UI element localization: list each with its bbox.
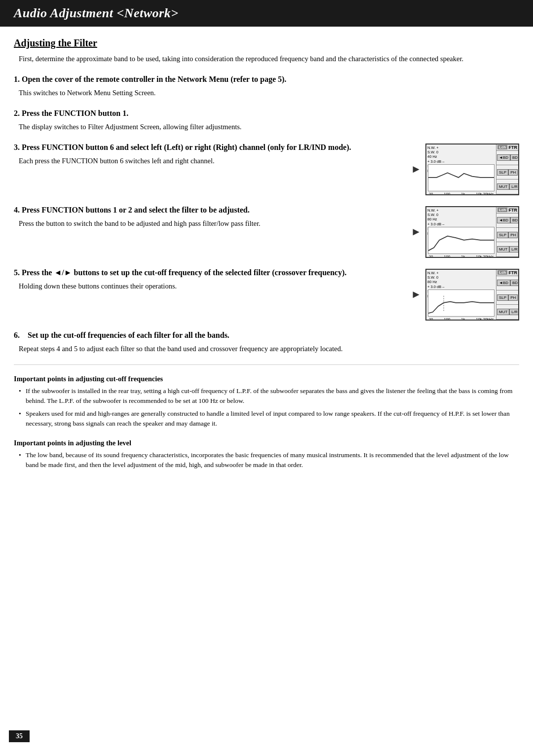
step-5-text: 5. Press the ◄/► buttons to set up the c… (14, 267, 404, 292)
intro-text: First, determine the approximate band to… (19, 54, 519, 65)
step-2-body: The display switches to Filter Adjustmen… (19, 122, 519, 133)
eq2-freq-labels: 201001k10k 20kHz (428, 254, 495, 258)
important-cutoff-bullet-1: If the subwoofer is installed in the rea… (19, 386, 519, 406)
step-2-heading: 2. Press the FUNCTION button 1. (14, 108, 519, 119)
step-2-number: 2. (14, 109, 20, 117)
step-3: 3. Press FUNCTION button 6 and select le… (14, 142, 519, 195)
eq-screen-3: N.W. + S.W. 0 80 Hz + 3.0 dB – SLP= –1B … (425, 269, 519, 321)
page-header: Audio Adjustment <Network> (0, 0, 533, 27)
step-6: 6. Set up the cut-off frequencies of eac… (14, 329, 519, 355)
eq1-freq-labels: 201001k10k 20kHz (428, 192, 495, 195)
step-5-body: Holding down these buttons continues the… (19, 281, 404, 292)
eq-screen-2: N.W. + S.W. 0 80 Hz + 3.0 dB – SLP= –1B … (425, 206, 519, 258)
step-3-heading-text: Press FUNCTION button 6 and select left … (22, 143, 351, 151)
step-4: 4. Press FUNCTION buttons 1 or 2 and sel… (14, 204, 519, 258)
page-number: 35 (9, 730, 30, 742)
step-1: 1. Open the cover of the remote controll… (14, 73, 519, 99)
step-4-body: Press the button to switch the band to b… (19, 218, 404, 229)
eq2-graph (428, 227, 495, 254)
step-4-number: 4. (14, 206, 20, 214)
page-title: Audio Adjustment <Network> (14, 6, 519, 21)
step-5: 5. Press the ◄/► buttons to set up the c… (14, 267, 519, 321)
step-5-heading: 5. Press the ◄/► buttons to set up the c… (14, 267, 404, 278)
arrow-icon-4: ► (411, 225, 421, 238)
step-1-heading-text: Open the cover of the remote controller … (22, 75, 286, 83)
section-title: Adjusting the Filter (14, 37, 519, 49)
step-4-diagram: ► N.W. + S.W. 0 80 Hz + 3.0 dB – SLP= –1… (411, 206, 519, 258)
step-3-heading: 3. Press FUNCTION button 6 and select le… (14, 142, 404, 153)
eq1-right: Lch FTR ◄BD BD► SLP PH MUT (496, 144, 518, 194)
eq2-right: Lch FTR ◄BD BD► SLP PH MUT (496, 207, 518, 257)
eq3-freq-labels: 201001k10k 20kHz (428, 317, 495, 321)
step-3-diagram: ► N.W. + S.W. 0 40 Hz + 3.0 dB – SLP= –1… (411, 144, 519, 195)
important-level-title: Important points in adjusting the level (14, 439, 519, 447)
divider-1 (14, 364, 519, 365)
arrow-icon-5: ► (411, 288, 421, 301)
step-6-heading-text: 6. Set up the cut-off frequencies of eac… (14, 331, 229, 339)
important-cutoff-list: If the subwoofer is installed in the rea… (14, 386, 519, 429)
step-1-heading: 1. Open the cover of the remote controll… (14, 73, 519, 85)
step-4-text: 4. Press FUNCTION buttons 1 or 2 and sel… (14, 204, 404, 229)
step-1-number: 1. (14, 75, 20, 83)
important-level-bullet-1: The low band, because of its sound frequ… (19, 450, 519, 470)
eq3-right: Lch FTR ◄BD BD► SLP PH MUT (496, 270, 518, 320)
important-level: Important points in adjusting the level … (14, 439, 519, 470)
eq3-graph (428, 289, 495, 317)
step-5-number: 5. (14, 268, 20, 277)
important-cutoff-bullet-2: Speakers used for mid and high-ranges ar… (19, 409, 519, 429)
important-cutoff-title: Important points in adjusting cut-off fr… (14, 375, 519, 383)
step-2-heading-text: Press the FUNCTION button 1. (22, 109, 128, 117)
important-cutoff: Important points in adjusting cut-off fr… (14, 375, 519, 429)
step-3-text: 3. Press FUNCTION button 6 and select le… (14, 142, 404, 167)
step-3-number: 3. (14, 143, 20, 151)
step-6-body: Repeat steps 4 and 5 to adjust each filt… (19, 344, 519, 355)
step-6-heading: 6. Set up the cut-off frequencies of eac… (14, 329, 519, 341)
step-1-body: This switches to Network Menu Setting Sc… (19, 88, 519, 99)
step-4-heading: 4. Press FUNCTION buttons 1 or 2 and sel… (14, 204, 404, 216)
step-3-body: Each press the FUNCTION button 6 switche… (19, 156, 404, 167)
important-level-list: The low band, because of its sound frequ… (14, 450, 519, 470)
step-2: 2. Press the FUNCTION button 1. The disp… (14, 108, 519, 133)
step-5-heading-text: Press the ◄/► buttons to set up the cut-… (22, 268, 346, 277)
step-5-diagram: ► N.W. + S.W. 0 80 Hz + 3.0 dB – SLP= –1… (411, 269, 519, 321)
page-content: Adjusting the Filter First, determine th… (0, 37, 533, 487)
arrow-icon-3: ► (411, 163, 421, 176)
step-4-heading-text: Press FUNCTION buttons 1 or 2 and select… (22, 206, 250, 214)
eq-screen-1: N.W. + S.W. 0 40 Hz + 3.0 dB – SLP= –1B … (425, 144, 519, 195)
eq1-graph (428, 164, 495, 191)
